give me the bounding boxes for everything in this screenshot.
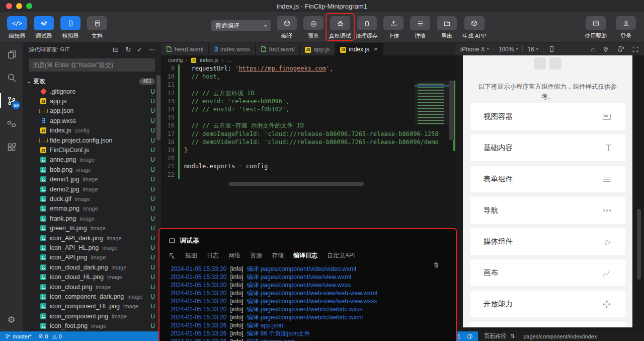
toolbar-button-help[interactable]: ? 使用帮助 — [585, 16, 607, 40]
toolbar-button-compile[interactable]: 编译 — [276, 16, 298, 40]
device-frame-icon[interactable] — [548, 45, 555, 53]
component-card-基础内容[interactable]: 基础内容 T — [470, 134, 625, 161]
scm-file-row[interactable]: .gitignore U — [23, 87, 161, 96]
scm-file-row[interactable]: green_tri.png image U — [23, 223, 161, 233]
scm-file-row[interactable]: {..} app.json U — [23, 106, 161, 116]
simulator-scrollbar[interactable] — [637, 209, 641, 280]
activity-item-explorer[interactable] — [0, 43, 23, 66]
view-as-tree-icon[interactable] — [112, 46, 119, 53]
scm-file-row[interactable]: icon_cloud_HL.png image U — [23, 272, 161, 282]
log-link[interactable]: 编译 pages/component/webrtc/webrtc.wxss — [247, 305, 362, 314]
activity-item-source-control[interactable]: 99 — [0, 89, 23, 112]
toolbar-button-login[interactable]: 登录 — [615, 16, 637, 40]
inspect-cursor-icon[interactable] — [169, 252, 176, 259]
scm-file-row[interactable]: icon_cloud.png image U — [23, 282, 161, 292]
device-selector[interactable]: iPhone X ▾ — [460, 46, 489, 53]
component-card-画布[interactable]: 画布 — [470, 259, 625, 286]
scm-file-row[interactable]: demo2.jpg image U — [23, 184, 161, 194]
log-link[interactable]: 编译 pages/component/web-view/web-view.wxs… — [247, 297, 377, 306]
breadcrumb-item[interactable]: … — [226, 57, 232, 63]
log-link[interactable]: 编译 pages/component/webrtc/webrtc.wxml — [247, 313, 363, 322]
more-actions-icon[interactable]: ⋯ — [148, 46, 155, 53]
component-card-partial[interactable] — [470, 322, 625, 327]
component-card-视图容器[interactable]: 视图容器 — [470, 103, 625, 130]
scm-scrollbar[interactable] — [156, 75, 160, 141]
scm-file-row[interactable]: icon_foot.png image U — [23, 321, 161, 330]
clear-logs-icon[interactable] — [433, 261, 440, 268]
editor-tab-index.wxss[interactable]: ∃ index.wxss — [209, 43, 255, 55]
toolbar-button-clear-cache[interactable]: 清理缓存 — [356, 16, 378, 40]
refresh-icon[interactable]: ↻ — [125, 46, 131, 53]
scm-file-row[interactable]: icon_component.png image U — [23, 311, 161, 321]
scm-file-row[interactable]: JS FinClipConf.js U — [23, 145, 161, 155]
layout-toggle[interactable] — [467, 333, 473, 339]
toolbar-button-docs[interactable]: 文档 — [86, 16, 108, 40]
activity-item-search[interactable] — [0, 66, 23, 89]
editor-vertical-scrollbar[interactable] — [449, 79, 455, 183]
scm-file-row[interactable]: icon_component_HL.png image U — [23, 302, 161, 311]
toolbar-button-upload[interactable]: 上传 — [382, 16, 405, 40]
compile-mode-dropdown[interactable]: 普通编译 ▾ — [211, 20, 271, 31]
scm-file-row[interactable]: bob.png image U — [23, 165, 161, 174]
scm-file-row[interactable]: JS index.js config U — [23, 126, 161, 135]
editor-tab-app.js[interactable]: JS app.js — [300, 43, 335, 55]
minimize-window-button[interactable] — [16, 3, 22, 9]
scm-file-row[interactable]: ∃ app.wxss U — [23, 116, 161, 125]
font-size-selector[interactable]: 16 ▾ — [527, 46, 538, 53]
debugger-tab-网络[interactable]: 网络 — [228, 251, 240, 260]
page-path-value[interactable]: pages/component/index/index — [523, 333, 597, 339]
debugger-tab-资源[interactable]: 资源 — [250, 251, 262, 260]
scm-file-row[interactable]: emma.png image U — [23, 204, 161, 214]
log-link[interactable]: 编译 pages/component/web-view/web-view.wxm… — [247, 289, 377, 298]
debugger-tab-存储[interactable]: 存储 — [272, 251, 284, 260]
toolbar-button-debugger[interactable]: 调试器 — [33, 16, 55, 40]
activity-item-plugin[interactable] — [0, 112, 23, 135]
scm-file-row[interactable]: demo1.jpg image U — [23, 175, 161, 184]
git-branch-status[interactable]: master* — [5, 333, 32, 339]
breadcrumb-item[interactable]: config — [168, 57, 183, 63]
close-icon[interactable]: × — [374, 45, 378, 53]
editor-tab-foot.wxml[interactable]: foot.wxml — [256, 43, 300, 55]
scm-file-row[interactable]: icon_API_HL.png image U — [23, 243, 161, 252]
toolbar-button-build-app[interactable]: 生成 APP — [462, 16, 486, 40]
log-link[interactable]: 编译 pages/component/video/video.wxml — [247, 265, 356, 274]
rotate-device-icon[interactable] — [617, 45, 624, 53]
settings-gear-icon[interactable]: ⚙ — [0, 314, 23, 325]
scm-file-row[interactable]: anne.png image U — [23, 155, 161, 165]
scm-file-row[interactable]: {..} fide.project.config.json U — [23, 135, 161, 145]
debugger-tab-日志[interactable]: 日志 — [207, 251, 219, 260]
log-link[interactable]: 编译 pages/component/view/view.wxml — [247, 273, 351, 282]
toolbar-button-export[interactable]: 导出 — [436, 16, 458, 40]
scm-file-row[interactable]: icon_API_dark.png image U — [23, 233, 161, 243]
editor-tab-index.js[interactable]: JS index.js × — [335, 43, 383, 55]
component-card-表单组件[interactable]: 表单组件 — [470, 166, 625, 192]
breadcrumb[interactable]: config›JSindex.js›… — [161, 55, 455, 64]
changes-section-header[interactable]: ⌄ 更改 461 — [23, 76, 161, 87]
scan-icon[interactable] — [632, 46, 639, 53]
commit-check-icon[interactable]: ✓ — [137, 46, 142, 53]
debugger-tab-自定义API[interactable]: 自定义API — [327, 251, 355, 260]
scm-file-row[interactable]: icon_cloud_dark.png image U — [23, 262, 161, 272]
log-link[interactable]: 编译 pages/component/view/view.wxss — [247, 281, 351, 290]
activity-item-extensions[interactable] — [0, 135, 23, 159]
debugger-tab-视图[interactable]: 视图 — [185, 251, 197, 260]
close-window-button[interactable] — [6, 3, 12, 9]
scm-file-row[interactable]: icon_API.png image U — [23, 253, 161, 262]
code-editor[interactable]: 9 requestUrl: 'https://mp.finogeeks.com'… — [161, 64, 455, 183]
maximize-window-button[interactable] — [26, 3, 32, 9]
toolbar-button-details[interactable]: 详情 — [409, 16, 431, 40]
commit-message-input[interactable]: 消息(⌘ Enter 在“master”提交) — [29, 58, 155, 72]
minimap[interactable] — [415, 81, 449, 125]
toolbar-button-remote-debug[interactable]: 真机调试 — [329, 16, 351, 40]
home-icon[interactable]: ⌂ — [591, 45, 595, 53]
updown-icon[interactable]: ⇅ — [510, 333, 515, 339]
component-card-开放能力[interactable]: 开放能力 — [470, 291, 625, 317]
toolbar-button-editor[interactable]: </> 编辑器 — [6, 16, 28, 40]
scm-file-row[interactable]: JS app.js U — [23, 96, 161, 106]
editor-tab-head.wxml[interactable]: head.wxml — [161, 43, 209, 55]
component-card-导航[interactable]: 导航 — [470, 197, 625, 224]
log-link[interactable]: 编译 app.json — [247, 321, 283, 330]
scm-file-row[interactable]: duck.gif image U — [23, 194, 161, 203]
editor-horizontal-scrollbar[interactable] — [229, 182, 364, 186]
location-pin-icon[interactable] — [602, 46, 609, 53]
